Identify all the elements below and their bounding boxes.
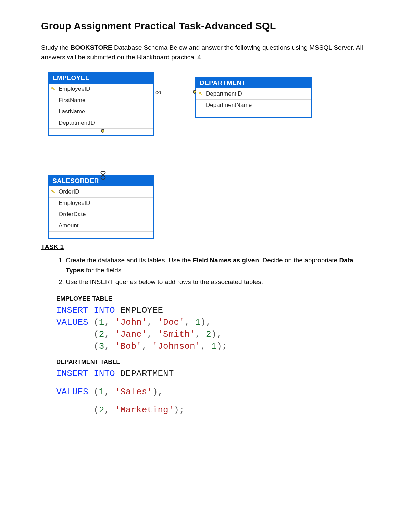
task-item-1: Create the database and its tables. Use … (66, 256, 370, 275)
sql-section-header-department: DEPARTMENT TABLE (56, 359, 370, 366)
field-row: FirstName (49, 95, 153, 106)
field-name: FirstName (58, 97, 85, 104)
infinity-icon (100, 170, 106, 175)
field-name: EmployeeID (58, 86, 90, 92)
sql-code-employee: INSERT INTO EMPLOYEE VALUES (1, 'John', … (56, 305, 370, 352)
intro-text-pre: Study the (41, 44, 71, 51)
task-header: TASK 1 (41, 243, 370, 251)
intro-db-name: BOOKSTORE (71, 44, 112, 51)
sql-section-header-employee: EMPLOYEE TABLE (56, 295, 370, 302)
document-page: Group Assignment Practical Task-Advanced… (0, 0, 411, 532)
svg-rect-3 (200, 93, 202, 95)
entity-employee: EMPLOYEE EmployeeID FirstName LastName D… (48, 72, 154, 136)
entity-salesorder: SALESORDER OrderID EmployeeID OrderDate … (48, 175, 154, 239)
field-row: DepartmentID (49, 117, 153, 128)
sql-code-department: INSERT INTO DEPARTMENT VALUES (1, 'Sales… (56, 368, 370, 416)
pk-key-icon (196, 91, 205, 96)
pk-key-icon (49, 189, 58, 194)
field-name: DepartmentID (205, 90, 242, 97)
field-row: EmployeeID (49, 84, 153, 95)
svg-rect-1 (53, 88, 55, 90)
entity-spacer (49, 231, 153, 238)
field-name: Amount (58, 222, 79, 229)
field-row: OrderDate (49, 209, 153, 220)
intro-paragraph: Study the BOOKSTORE Database Schema Belo… (41, 43, 370, 62)
field-row: DepartmentName (196, 99, 311, 111)
entity-department-header: DEPARTMENT (196, 78, 311, 88)
field-name: LastName (58, 108, 85, 115)
svg-rect-5 (53, 191, 55, 193)
field-name: DepartmentName (205, 102, 252, 109)
page-title: Group Assignment Practical Task-Advanced… (41, 21, 370, 32)
field-name: EmployeeID (58, 200, 90, 207)
task-item-2: Use the INSERT queries below to add rows… (66, 277, 370, 287)
relation-line (103, 131, 103, 175)
entity-spacer (196, 111, 311, 117)
field-name: OrderID (58, 188, 79, 195)
field-row: DepartmentID (196, 88, 311, 99)
field-row: EmployeeID (49, 197, 153, 209)
entity-employee-header: EMPLOYEE (49, 73, 153, 84)
field-row: LastName (49, 106, 153, 117)
field-row: OrderID (49, 186, 153, 197)
field-row: Amount (49, 220, 153, 231)
task-list: Create the database and its tables. Use … (41, 256, 370, 287)
infinity-icon (155, 89, 161, 94)
entity-department: DEPARTMENT DepartmentID DepartmentName (195, 77, 312, 118)
field-name: OrderDate (58, 211, 86, 218)
field-name: DepartmentID (58, 120, 95, 126)
er-diagram: EMPLOYEE EmployeeID FirstName LastName D… (48, 72, 363, 236)
pk-key-icon (49, 87, 58, 91)
